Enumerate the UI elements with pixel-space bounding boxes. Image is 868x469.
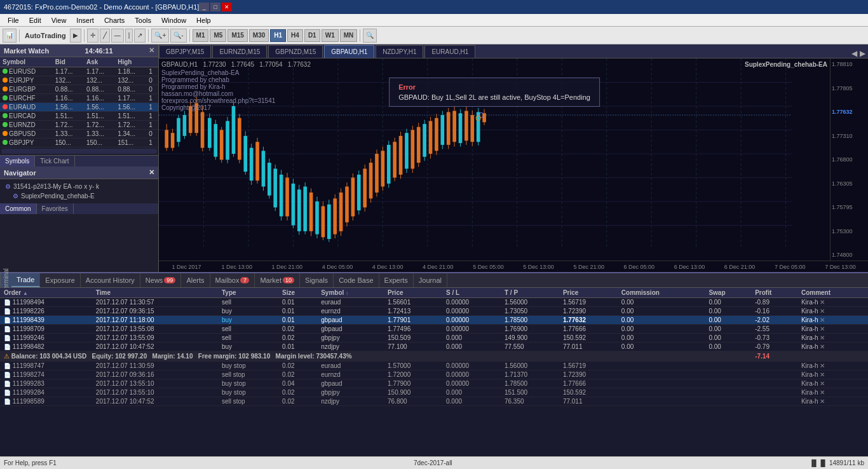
chart-tab-nzdjpy-h1[interactable]: NZDJPY,H1 — [376, 45, 423, 58]
menu-insert[interactable]: Insert — [71, 14, 99, 26]
col-commission[interactable]: Commission — [618, 288, 705, 298]
tab-market[interactable]: Market 10 — [255, 273, 300, 287]
crosshair-button[interactable]: ✛ — [87, 29, 98, 43]
col-tp[interactable]: T / P — [501, 288, 559, 298]
table-row[interactable]: 📄 111998274 2017.12.07 09:36:16 sell sto… — [0, 370, 868, 379]
new-chart-button[interactable]: 📊 — [3, 29, 17, 43]
col-comment[interactable]: Comment — [797, 288, 868, 298]
market-watch-close[interactable]: ✕ — [149, 46, 154, 55]
close-order-5[interactable]: ✕ — [820, 334, 825, 341]
mw-col-high[interactable]: High — [115, 57, 146, 67]
zoomout-button[interactable]: 🔍- — [170, 29, 186, 43]
close-order-3[interactable]: ✕ — [820, 316, 825, 323]
close-order-4[interactable]: ✕ — [820, 325, 825, 332]
chart-tab-next[interactable]: ▶ — [860, 49, 865, 58]
close-pending-5[interactable]: ✕ — [820, 398, 825, 405]
menu-window[interactable]: Window — [156, 14, 191, 26]
vline-button[interactable]: | — [125, 29, 133, 43]
period-m5[interactable]: M5 — [210, 29, 226, 42]
tab-signals[interactable]: Signals — [300, 273, 334, 287]
tab-account-history[interactable]: Account History — [81, 273, 140, 287]
col-price[interactable]: Price — [384, 288, 442, 298]
tab-journal[interactable]: Journal — [414, 273, 447, 287]
list-item[interactable]: EURNZD 1.72...1.72...1.72...1 — [0, 121, 158, 130]
mw-col-chg[interactable] — [146, 57, 158, 67]
col-time[interactable]: Time — [92, 288, 218, 298]
menu-charts[interactable]: Charts — [99, 14, 130, 26]
close-order-2[interactable]: ✕ — [820, 308, 825, 315]
tab-symbols[interactable]: Symbols — [0, 156, 35, 167]
list-item[interactable]: GBPUSD 1.33...1.33...1.34...0 — [0, 130, 158, 139]
tab-mailbox[interactable]: Mailbox 7 — [210, 273, 255, 287]
list-item[interactable]: EURCHF 1.16...1.16...1.17...1 — [0, 94, 158, 103]
mw-col-bid[interactable]: Bid — [53, 57, 84, 67]
col-size[interactable]: Size — [278, 288, 317, 298]
menu-view[interactable]: View — [46, 14, 72, 26]
col-sl[interactable]: S / L — [442, 288, 501, 298]
minimize-button[interactable]: _ — [199, 3, 209, 11]
period-h4[interactable]: H4 — [287, 29, 303, 42]
tab-common[interactable]: Common — [0, 203, 37, 214]
table-row[interactable]: 📄 111999284 2017.12.07 13:55:10 buy stop… — [0, 388, 868, 397]
table-row[interactable]: 📄 111999246 2017.12.07 13:55:09 sell 0.0… — [0, 334, 868, 343]
menu-edit[interactable]: Edit — [24, 14, 46, 26]
col-profit[interactable]: Profit — [751, 288, 797, 298]
close-pending-2[interactable]: ✕ — [820, 371, 825, 378]
table-row[interactable]: 📄 111998226 2017.12.07 09:36:15 buy 0.01… — [0, 307, 868, 316]
chart-tab-gbpnzd-m15[interactable]: GBPNZD,M15 — [268, 45, 323, 58]
tab-codebase[interactable]: Code Base — [334, 273, 379, 287]
nav-item-expert2[interactable]: ⚙ SuplexPending_chehab-E — [3, 191, 156, 201]
period-m15[interactable]: M15 — [227, 29, 247, 42]
chart-tab-eurnzd-m15[interactable]: EURNZD,M15 — [212, 45, 267, 58]
tab-news[interactable]: News 99 — [140, 273, 182, 287]
period-d1[interactable]: D1 — [304, 29, 320, 42]
close-pending-4[interactable]: ✕ — [820, 389, 825, 396]
table-row[interactable]: 📄 111998589 2017.12.07 10:47:52 sell sto… — [0, 397, 868, 406]
period-h1[interactable]: H1 — [270, 29, 286, 42]
col-current-price[interactable]: Price — [559, 288, 618, 298]
mw-col-ask[interactable]: Ask — [84, 57, 115, 67]
tab-exposure[interactable]: Exposure — [40, 273, 80, 287]
chart-canvas[interactable]: GBPAUD,H1 1.77230 1.77645 1.77054 1.7763… — [159, 58, 830, 261]
list-item[interactable]: EURAUD 1.56...1.56...1.56...1 — [0, 103, 158, 112]
list-item[interactable]: EURGBP 0.88...0.88...0.88...0 — [0, 85, 158, 94]
chart-tab-gbpaud-h1[interactable]: GBPAUD,H1 — [324, 45, 374, 58]
navigator-close[interactable]: ✕ — [149, 168, 154, 177]
tab-alerts[interactable]: Alerts — [181, 273, 210, 287]
close-pending-3[interactable]: ✕ — [820, 380, 825, 387]
chart-tab-euraud-h1[interactable]: EURAUD,H1 — [424, 45, 475, 58]
arrow-button[interactable]: ↗ — [134, 29, 146, 43]
close-pending-1[interactable]: ✕ — [820, 362, 825, 369]
list-item[interactable]: EURCAD 1.51...1.51...1.51...1 — [0, 112, 158, 121]
list-item[interactable]: EURJPY 132...132...132...0 — [0, 76, 158, 85]
col-symbol[interactable]: Symbol ↕ — [317, 288, 384, 298]
table-row[interactable]: 📄 111998482 2017.12.07 10:47:52 buy 0.01… — [0, 343, 868, 351]
period-m30[interactable]: M30 — [249, 29, 269, 42]
period-m1[interactable]: M1 — [193, 29, 209, 42]
autotrading-button[interactable]: ▶ — [70, 29, 81, 43]
line-button[interactable]: ╱ — [100, 29, 110, 43]
market-watch-scrollbar[interactable] — [1, 149, 157, 154]
terminal-side-label[interactable]: Terminal — [0, 273, 11, 287]
menu-help[interactable]: Help — [191, 14, 216, 26]
table-row[interactable]: 📄 111998747 2017.12.07 11:30:59 buy stop… — [0, 362, 868, 370]
chart-tab-prev[interactable]: ◀ — [851, 49, 857, 58]
period-w1[interactable]: W1 — [322, 29, 339, 42]
zoomin-button[interactable]: 🔍+ — [151, 29, 169, 43]
table-row[interactable]: 📄 111998709 2017.12.07 13:55:08 sell 0.0… — [0, 325, 868, 334]
list-item[interactable]: GBPJPY 150...150...151...1 — [0, 139, 158, 147]
nav-item-expert1[interactable]: ⚙ 31541-p2#13-My EA -no x y- k — [3, 182, 156, 191]
table-row[interactable]: 📄 111999283 2017.12.07 13:55:10 buy stop… — [0, 379, 868, 388]
tab-favorites[interactable]: Favorites — [37, 203, 74, 214]
col-swap[interactable]: Swap — [705, 288, 751, 298]
list-item[interactable]: EURUSD 1.17...1.17...1.18...1 — [0, 67, 158, 76]
col-type[interactable]: Type — [218, 288, 278, 298]
menu-file[interactable]: File — [3, 14, 24, 26]
hline-button[interactable]: — — [111, 29, 124, 43]
tab-tick-chart[interactable]: Tick Chart — [35, 156, 74, 167]
close-order-6[interactable]: ✕ — [820, 343, 825, 350]
maximize-button[interactable]: □ — [210, 3, 220, 11]
tab-trade[interactable]: Trade — [11, 273, 40, 287]
menu-tools[interactable]: Tools — [130, 14, 156, 26]
chart-tab-gbpjpy-m15[interactable]: GBPJPY,M15 — [159, 45, 211, 58]
